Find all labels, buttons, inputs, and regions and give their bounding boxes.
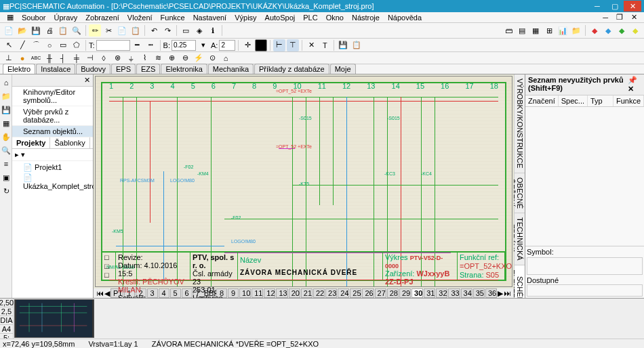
menu-vypisy[interactable]: Výpisy	[230, 14, 260, 22]
lt-folder-icon[interactable]: 📁	[1, 91, 12, 102]
menu-funkce[interactable]: Funkce	[157, 14, 189, 22]
tree-item-projekt1[interactable]: 📄 Projekt1	[14, 162, 92, 173]
linestyle-dash-icon[interactable]: ┅	[145, 39, 157, 51]
sym-16[interactable]: ⊙	[206, 52, 218, 64]
sym-15[interactable]: ⚡	[193, 52, 205, 64]
app-menu-icon[interactable]: ▦	[3, 13, 18, 22]
line-icon[interactable]: ╱	[16, 39, 28, 51]
lt-disk-icon[interactable]: 💾	[1, 104, 12, 115]
info-icon[interactable]: ℹ	[207, 24, 219, 37]
sym-7[interactable]: ⊣	[84, 52, 96, 64]
side-item-vyber[interactable]: Výběr prvků z databáze...	[12, 106, 93, 126]
sym-9[interactable]: ⊗	[111, 52, 123, 64]
input-B[interactable]	[172, 40, 196, 51]
save-icon[interactable]: 💾	[30, 24, 42, 37]
menu-okno[interactable]: Okno	[322, 14, 348, 22]
page-tab[interactable]: 32	[436, 288, 447, 298]
sym-12[interactable]: ≋	[152, 52, 164, 64]
page-tab[interactable]: 33	[448, 288, 460, 298]
page-last-icon[interactable]: ⏭	[504, 289, 511, 297]
tab-elektro[interactable]: Elektro	[3, 64, 35, 74]
side-tab-projekty[interactable]: Projekty	[12, 137, 50, 148]
sym-17[interactable]: ⌂	[220, 52, 232, 64]
cut-icon[interactable]: ✂	[102, 24, 115, 37]
rtab-vyrobky[interactable]: VÝROBKY/KONSTRUKCE	[515, 74, 525, 173]
cancel-icon[interactable]: ✕	[305, 39, 317, 51]
diamond-green-icon[interactable]: ◆	[616, 24, 628, 37]
arc-icon[interactable]: ⌒	[30, 39, 42, 51]
page-tab[interactable]: 26	[362, 288, 374, 298]
new-icon[interactable]: 📄	[3, 24, 15, 37]
clipboard-icon[interactable]: 📋	[350, 39, 363, 51]
doc-close[interactable]: ✕	[627, 13, 641, 22]
diamond-yellow-icon[interactable]: ◆	[629, 24, 641, 37]
tab-ezs[interactable]: EZS	[136, 64, 160, 74]
menu-nastroje[interactable]: Nástroje	[348, 14, 384, 22]
page-tab[interactable]: 24	[338, 288, 349, 298]
undo-icon[interactable]: ↶	[148, 24, 160, 37]
page-tab[interactable]: 36	[485, 288, 497, 298]
side-close-icon[interactable]: ✕	[84, 76, 90, 85]
menu-zobrazeni[interactable]: Zobrazení	[81, 14, 123, 22]
circle-icon[interactable]: ○	[43, 39, 56, 51]
page-tab[interactable]: 29	[399, 288, 411, 298]
tree-item-ukazka[interactable]: 📄 Ukázka_Komplet_stroj	[14, 173, 92, 191]
page-tab[interactable]: 12	[264, 288, 275, 298]
select-icon[interactable]: ↖	[3, 39, 15, 51]
sym-11[interactable]: ⌇	[138, 52, 150, 64]
page-tab[interactable]: 34	[461, 288, 472, 298]
lt-home-icon[interactable]: ⌂	[1, 77, 12, 88]
col-funkce[interactable]: Funkce	[613, 95, 644, 106]
tab-elektronika[interactable]: Elektronika	[161, 64, 207, 74]
page-prev-icon[interactable]: ◀	[104, 289, 110, 298]
sym-13[interactable]: ⊕	[165, 52, 178, 64]
page-tab[interactable]: 31	[424, 288, 435, 298]
page-tab[interactable]: 27	[375, 288, 386, 298]
menu-vlozeni[interactable]: Vložení	[123, 14, 157, 22]
menu-upravy[interactable]: Úpravy	[49, 14, 81, 22]
table-icon[interactable]: ⊞	[543, 24, 555, 37]
sym-1[interactable]: ⊥	[3, 52, 15, 64]
copy-icon[interactable]: 📄	[116, 24, 128, 37]
sym-8[interactable]: ◊	[98, 52, 110, 64]
paste-icon[interactable]: 📋	[129, 24, 142, 37]
tab-moje[interactable]: Moje	[330, 64, 356, 74]
print-icon[interactable]: 🖨	[43, 24, 56, 37]
sym-5[interactable]: ┤	[57, 52, 69, 64]
linestyle-solid-icon[interactable]: ━	[132, 39, 144, 51]
doc-minimize[interactable]: ─	[599, 14, 612, 22]
tab-eps[interactable]: EPS	[111, 64, 136, 74]
sym-4[interactable]: ╫	[43, 52, 56, 64]
lt-layers-icon[interactable]: ≡	[1, 158, 12, 169]
maximize-button[interactable]: ▢	[606, 1, 624, 12]
diamond-blue-icon[interactable]: ◆	[602, 24, 614, 37]
open-icon[interactable]: 📂	[16, 24, 28, 37]
page-tab[interactable]: 20	[289, 288, 300, 298]
rtab-technicka[interactable]: TECHNICKÁ ZPRÁVA	[515, 213, 525, 265]
grid-icon[interactable]: ▦	[529, 24, 542, 37]
page-tab[interactable]: 10	[239, 288, 251, 298]
diamond-red-icon[interactable]: ◆	[588, 24, 601, 37]
db-icon[interactable]: 🗃	[502, 24, 515, 37]
page-tab[interactable]: 25	[350, 288, 361, 298]
menu-plc[interactable]: PLC	[299, 14, 321, 22]
page-tab[interactable]: 11	[251, 288, 263, 298]
rtab-schema[interactable]: SCHÉMA ELEKTRICKÉ	[515, 265, 525, 298]
drawing-canvas[interactable]: 123456789101112131415161718	[95, 76, 512, 287]
page-tab-active[interactable]: 30	[411, 288, 423, 298]
col-typ[interactable]: Typ	[588, 95, 613, 106]
disk-icon[interactable]: 💾	[337, 39, 349, 51]
area-icon[interactable]: ▭	[180, 24, 192, 37]
side-item-knihovny[interactable]: Knihovny/Editor symbolů...	[12, 87, 93, 106]
page-tab[interactable]: 22	[313, 288, 325, 298]
col-spec[interactable]: Spec...	[559, 95, 588, 106]
rp-close-icon[interactable]: ✕	[628, 85, 634, 93]
list-icon[interactable]: ▤	[516, 24, 528, 37]
properties-icon[interactable]: 📋	[57, 24, 69, 37]
object-icon[interactable]: ◈	[193, 24, 205, 37]
page-first-icon[interactable]: ⏮	[96, 289, 104, 297]
sym-10[interactable]: ⏚	[125, 52, 137, 64]
doc-restore[interactable]: ❐	[612, 13, 627, 22]
page-next-icon[interactable]: ▶	[498, 289, 503, 298]
crosshair-icon[interactable]: ✛	[241, 39, 254, 51]
